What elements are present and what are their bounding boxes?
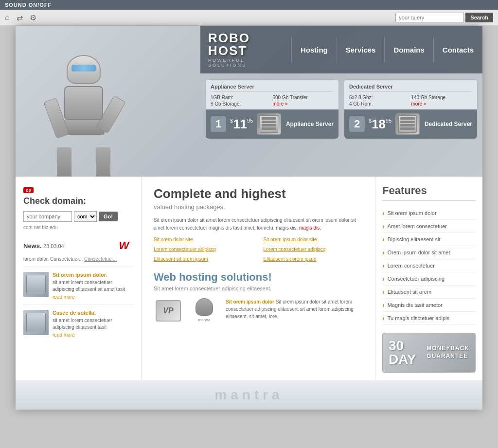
read-more-1[interactable]: read more (53, 294, 134, 300)
search-input[interactable] (395, 13, 463, 22)
partner-text-strong: Sit orem ipsum dolor (226, 299, 274, 305)
content-link-4[interactable]: Lorem consectetuer adipiscq (264, 246, 364, 253)
feature-item-9: Tu magis disctetuer adipis (382, 312, 476, 325)
brand-subtitle: POWERFUL SOLUTIONS (208, 58, 284, 68)
content-link-3[interactable]: Lorem consectetuer adipiscq (154, 246, 254, 253)
plan2-more[interactable]: more » (411, 101, 473, 107)
news-logo: W (114, 237, 134, 254)
feature-item-8: Magnis dis tasit ametor (382, 299, 476, 312)
domain-check-title: Check domain: (23, 196, 134, 206)
moneyback-days: 30 DAY (389, 339, 423, 366)
server-thumb-2 (26, 313, 46, 332)
robot-body (45, 55, 123, 177)
news-logo-letter: W (119, 239, 129, 252)
feature-item-2: Amet lorem consectetuer (382, 220, 476, 233)
sidebar: op Check domain: com net biz edu Go! com… (16, 177, 142, 380)
hero-nav-links: Hosting Services Domains Contacts (291, 37, 482, 63)
link-columns: Sit orem dolor site Sit orem ipsum dolor… (154, 236, 363, 263)
search-button[interactable]: Search (465, 13, 493, 22)
robot-illustration (30, 45, 137, 177)
content-link-2[interactable]: Sit orem ipsum dolor site. (264, 236, 364, 244)
domain-input[interactable] (23, 211, 72, 222)
web-hosting-section: Web hosting solutions! Sit amet lorem co… (154, 271, 363, 323)
news-thumb-2 (23, 310, 49, 335)
top-bar[interactable]: SOUND ON/OFF (0, 0, 498, 10)
plan1-specs: 1GB Ram: 500 Gb Transfer 9 Gb Storage: m… (211, 95, 334, 107)
content-link-5[interactable]: Elitaesent sit orem ipsum (154, 255, 254, 263)
news-title: News. (23, 242, 42, 250)
nav-icons: ⌂ ⇄ ⚙ (5, 13, 36, 22)
plan2-specs: 6x2.8 Ghz: 140 Gb Storage 4 Gb Ram: more… (349, 95, 472, 107)
browser-chrome: ⌂ ⇄ ⚙ Search (0, 10, 498, 26)
feature-item-6: Consectetuer adipiscing (382, 272, 476, 286)
hero-brand: ROBO HOST POWERFUL SOLUTIONS (200, 26, 291, 73)
news-item-2: Casec de sutella. sit amet lorem consect… (23, 305, 134, 338)
share-icon[interactable]: ⇄ (17, 13, 23, 22)
hosting-partners: VP Sit orem ipsum dolor Sit orem ipsum d… (154, 298, 363, 323)
mantra-logo (190, 298, 219, 323)
robot-left-leg (57, 147, 71, 177)
server-icon-1 (260, 115, 278, 133)
news-item-title-2[interactable]: Casec de sutella. (53, 310, 134, 316)
domain-check-form: com net biz edu Go! (23, 211, 134, 222)
plan2-title: Dedicated Server (349, 84, 472, 92)
settings-icon[interactable]: ⚙ (30, 13, 36, 22)
news-content-2: Casec de sutella. sit amet lorem consect… (53, 310, 134, 338)
plan1-title: Appliance Server (211, 84, 334, 92)
web-hosting-sub: Sit amet lorem consectetuer adipiscing e… (154, 286, 363, 291)
content-link-6[interactable]: Elitaesent sit orem ipsuo (264, 255, 364, 263)
news-excerpt-link[interactable]: Consectetuer... (84, 256, 117, 262)
plan1-amount: 11 (233, 117, 247, 131)
moneyback-text-block: MONEYBACK GUARANTEE (427, 345, 469, 360)
news-item-text-1: sit amet lorem consectetuer adipiscing e… (53, 279, 134, 293)
server-row (262, 124, 276, 126)
plan2-number: 2 (349, 116, 365, 132)
server-row (400, 121, 415, 123)
server-row (400, 117, 415, 120)
hero-section: ROBO HOST POWERFUL SOLUTIONS Hosting Ser… (16, 26, 482, 177)
server-row (400, 127, 415, 130)
news-section: News. 23.03.04 W lorem dolor. Consectetu… (23, 237, 134, 338)
feature-item-3: Dipiscing elitaesent sit (382, 233, 476, 246)
plan1-number: 1 (211, 116, 226, 132)
content-body-text: Sit orem ipsum dolor sit amet lorem cons… (154, 216, 363, 232)
home-icon[interactable]: ⌂ (5, 13, 10, 22)
news-content-1: Sit orem ipsum dolor. sit amet lorem con… (53, 272, 134, 300)
nav-contacts[interactable]: Contacts (433, 37, 482, 63)
features-panel: Features Sit orem ipsum dolor Amet lorem… (375, 177, 482, 380)
robot-torso (64, 86, 103, 120)
nav-domains[interactable]: Domains (384, 37, 433, 63)
content-text-link[interactable]: magis dis. (299, 225, 321, 231)
domain-go-button[interactable]: Go! (99, 212, 118, 221)
robot-head (67, 55, 101, 84)
server-row (262, 121, 276, 123)
news-item-title-1[interactable]: Sit orem ipsum dolor. (53, 272, 134, 278)
main-content: op Check domain: com net biz edu Go! com… (16, 177, 482, 380)
read-more-2[interactable]: read more (53, 332, 134, 338)
plan1-spec2: 500 Gb Transfer (273, 95, 334, 100)
robot-right-leg (96, 147, 110, 177)
nav-hosting[interactable]: Hosting (291, 37, 337, 63)
plan1-more[interactable]: more » (273, 101, 334, 107)
plan1-spec3: 9 Gb Storage: (211, 101, 272, 107)
domain-ext-select[interactable]: com net biz edu (74, 211, 97, 222)
domain-ext-list: com net biz edu (23, 225, 134, 230)
sound-toggle-label[interactable]: SOUND ON/OFF (5, 2, 52, 8)
main-center: Complete and highest valued hosting pack… (142, 177, 375, 380)
server-row (262, 127, 276, 130)
content-link-1[interactable]: Sit orem dolor site (154, 236, 254, 244)
plan1-spec1: 1GB Ram: (211, 95, 272, 100)
server-row (400, 124, 415, 126)
news-excerpt: lorem dolor. Consectetuer... Consectetue… (23, 256, 134, 262)
plan2-cents: 95 (386, 118, 391, 124)
nav-services[interactable]: Services (337, 37, 385, 63)
plan2-spec1: 6x2.8 Ghz: (349, 95, 410, 100)
features-title: Features (382, 184, 476, 201)
site-wrapper: ROBO HOST POWERFUL SOLUTIONS Hosting Ser… (16, 26, 482, 410)
plan2-spec2: 140 Gb Storage (411, 95, 473, 100)
feature-item-7: Elitaesent sit orem (382, 286, 476, 299)
plan2-pricing-bottom: 2 $1895 Dedicated Server (344, 109, 477, 139)
mantra-logo-inner (192, 298, 217, 323)
feature-item-5: Lorem consectetuer (382, 259, 476, 272)
moneyback-line1: MONEYBACK (427, 345, 469, 353)
